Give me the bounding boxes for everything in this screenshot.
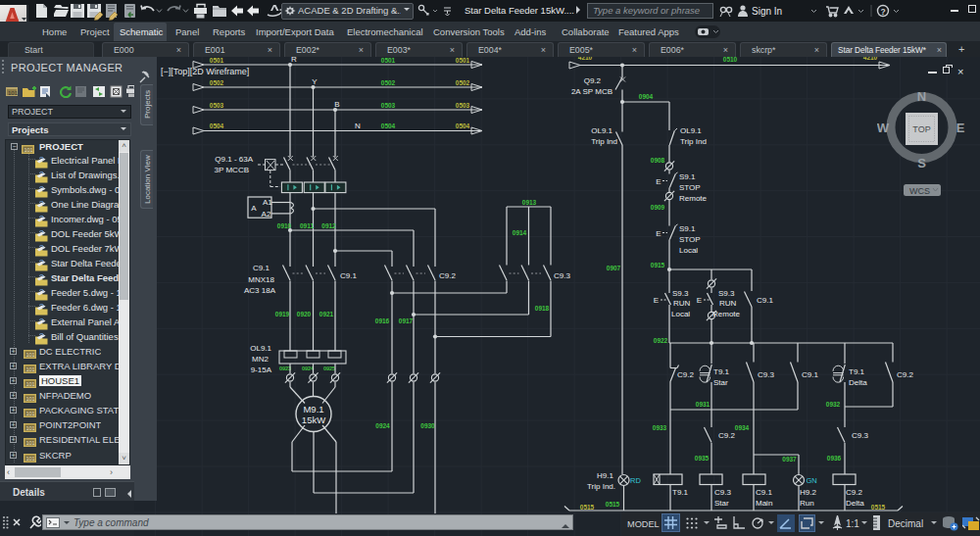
svg-text:0503: 0503 bbox=[381, 102, 396, 109]
svg-text:101: 101 bbox=[24, 147, 33, 153]
svg-text:0501: 0501 bbox=[381, 57, 396, 64]
svg-text:101: 101 bbox=[26, 396, 35, 402]
svg-text:H9.2: H9.2 bbox=[800, 488, 816, 497]
svg-text:E: E bbox=[656, 177, 661, 186]
svg-text:OL9.1: OL9.1 bbox=[250, 344, 271, 353]
svg-text:0913: 0913 bbox=[522, 199, 537, 206]
svg-text:STOP: STOP bbox=[679, 183, 701, 192]
svg-text:M9.1: M9.1 bbox=[303, 404, 323, 414]
svg-text:N: N bbox=[917, 89, 926, 104]
svg-text:B: B bbox=[334, 100, 339, 109]
svg-text:AC3 18A: AC3 18A bbox=[244, 286, 276, 295]
svg-text:RD: RD bbox=[630, 476, 641, 485]
svg-text:E: E bbox=[956, 121, 965, 135]
svg-text:RUN: RUN bbox=[673, 299, 691, 308]
svg-text:Sign In: Sign In bbox=[752, 6, 782, 17]
svg-text:C9.1: C9.1 bbox=[253, 264, 270, 272]
svg-text:0936: 0936 bbox=[827, 455, 842, 462]
svg-text:0503: 0503 bbox=[210, 102, 224, 109]
svg-text:Trip Ind: Trip Ind bbox=[591, 137, 617, 146]
svg-text:0937: 0937 bbox=[782, 456, 797, 463]
svg-text:0930: 0930 bbox=[420, 422, 435, 429]
svg-text:C9.3: C9.3 bbox=[852, 431, 868, 440]
svg-text:MN2: MN2 bbox=[252, 355, 269, 364]
svg-text:0912: 0912 bbox=[321, 222, 336, 229]
svg-text:RUN: RUN bbox=[719, 299, 737, 308]
svg-text:C9.3: C9.3 bbox=[714, 488, 731, 497]
svg-text:W: W bbox=[877, 121, 890, 135]
svg-text:0922: 0922 bbox=[654, 337, 668, 344]
svg-text:101: 101 bbox=[26, 381, 35, 387]
svg-text:9-15A: 9-15A bbox=[251, 365, 272, 374]
svg-text:0504: 0504 bbox=[456, 122, 470, 129]
svg-text:0915: 0915 bbox=[651, 262, 665, 268]
svg-text:0925: 0925 bbox=[323, 365, 335, 371]
svg-text:OL9.1: OL9.1 bbox=[680, 126, 702, 135]
svg-text:0932: 0932 bbox=[826, 401, 841, 408]
svg-text:101: 101 bbox=[26, 425, 35, 431]
svg-text:0510: 0510 bbox=[723, 56, 738, 63]
svg-text:S9.3: S9.3 bbox=[718, 289, 735, 298]
svg-text:101: 101 bbox=[26, 440, 35, 446]
svg-text:N: N bbox=[355, 122, 361, 130]
svg-text:0907: 0907 bbox=[607, 265, 621, 271]
svg-text:S9.1: S9.1 bbox=[679, 224, 696, 233]
svg-text:0931: 0931 bbox=[696, 401, 710, 408]
svg-text:OL9.1: OL9.1 bbox=[591, 126, 612, 135]
svg-text:T9.1: T9.1 bbox=[672, 488, 689, 497]
svg-text:101: 101 bbox=[26, 366, 35, 372]
svg-text:WCS: WCS bbox=[909, 186, 930, 196]
svg-text:0911: 0911 bbox=[300, 222, 314, 229]
svg-text:Y: Y bbox=[312, 77, 318, 86]
svg-text:C9.2: C9.2 bbox=[718, 431, 735, 440]
svg-text:A1: A1 bbox=[263, 198, 272, 207]
svg-text:0917: 0917 bbox=[399, 317, 414, 324]
svg-text:0934: 0934 bbox=[735, 424, 750, 431]
svg-text:C9.1: C9.1 bbox=[340, 271, 357, 280]
svg-text:Local: Local bbox=[671, 310, 690, 318]
svg-text:0920: 0920 bbox=[297, 311, 312, 317]
svg-text:101: 101 bbox=[8, 90, 19, 96]
svg-text:C9.2: C9.2 bbox=[846, 488, 862, 497]
svg-text:STOP: STOP bbox=[679, 235, 701, 244]
svg-text:0515: 0515 bbox=[871, 504, 886, 511]
svg-text:101: 101 bbox=[26, 456, 35, 462]
svg-text:0502: 0502 bbox=[210, 79, 224, 86]
svg-text:0503: 0503 bbox=[456, 102, 470, 109]
svg-text:C9.1: C9.1 bbox=[757, 296, 773, 305]
svg-text:C9.2: C9.2 bbox=[439, 271, 456, 280]
svg-text:0921: 0921 bbox=[319, 311, 334, 317]
svg-text:0923: 0923 bbox=[279, 365, 291, 371]
svg-text:C9.2: C9.2 bbox=[677, 370, 694, 379]
svg-text:C9.1: C9.1 bbox=[756, 488, 772, 497]
svg-text:Delta: Delta bbox=[846, 499, 864, 508]
svg-text:0515: 0515 bbox=[606, 501, 620, 508]
svg-text:Delta: Delta bbox=[849, 378, 867, 387]
svg-text:0904: 0904 bbox=[639, 93, 654, 100]
svg-text:GN: GN bbox=[807, 476, 817, 485]
svg-text:Star: Star bbox=[713, 378, 728, 387]
svg-text:S9.3: S9.3 bbox=[672, 289, 689, 298]
svg-text:C9.1: C9.1 bbox=[802, 370, 818, 379]
svg-text:101: 101 bbox=[26, 352, 35, 358]
svg-text:0502: 0502 bbox=[456, 79, 470, 86]
svg-text:T9.1: T9.1 bbox=[713, 367, 730, 376]
svg-text:0918: 0918 bbox=[535, 305, 550, 312]
svg-text:Q9.1 - 63A: Q9.1 - 63A bbox=[215, 155, 253, 164]
svg-text:E: E bbox=[697, 296, 702, 305]
svg-text:0910: 0910 bbox=[277, 222, 292, 229]
svg-text:T9.1: T9.1 bbox=[849, 367, 865, 376]
svg-text:0924: 0924 bbox=[375, 422, 390, 429]
svg-text:0504: 0504 bbox=[210, 122, 224, 129]
svg-text:101: 101 bbox=[26, 411, 35, 416]
svg-text:C9.2: C9.2 bbox=[897, 370, 913, 379]
svg-text:E: E bbox=[654, 296, 659, 305]
svg-text:C9.3: C9.3 bbox=[554, 271, 570, 280]
svg-text:0502: 0502 bbox=[381, 79, 396, 86]
svg-text:S: S bbox=[917, 156, 926, 171]
svg-text:3P MCCB: 3P MCCB bbox=[215, 166, 249, 174]
svg-text:Trip Ind: Trip Ind bbox=[680, 137, 707, 146]
svg-text:A2: A2 bbox=[262, 210, 271, 219]
svg-text:TOP: TOP bbox=[912, 124, 930, 134]
svg-text:0935: 0935 bbox=[695, 455, 710, 462]
